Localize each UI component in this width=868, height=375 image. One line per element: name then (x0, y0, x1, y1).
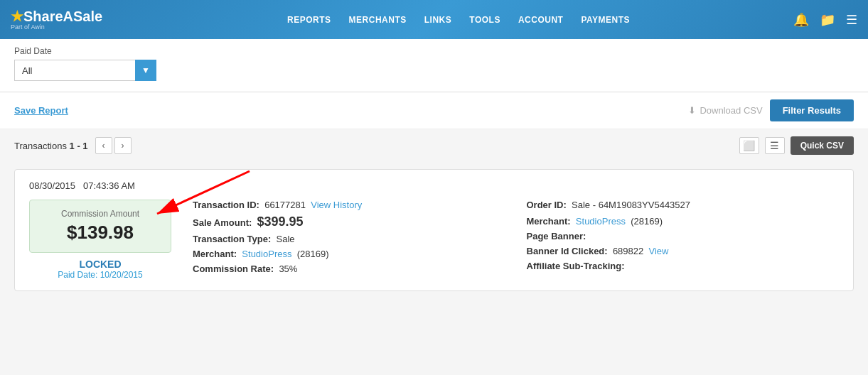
paid-date-label: Paid Date: (58, 270, 97, 280)
quick-csv-button[interactable]: Quick CSV (791, 136, 854, 155)
banner-id-row: Banner Id Clicked: 689822 View (527, 246, 840, 256)
pagination-right: ⬜ ☰ Quick CSV (739, 136, 854, 155)
order-id-row: Order ID: Sale - 64M19083YV5443527 (527, 200, 840, 210)
nav-tools[interactable]: TOOLS (469, 15, 500, 25)
transaction-card: 08/30/2015 07:43:36 AM Commission Amount… (14, 169, 854, 291)
locked-status: LOCKED (29, 259, 171, 270)
pagination-row: Transactions 1 - 1 ‹ › ⬜ ☰ Quick CSV (0, 129, 868, 162)
transactions-label: Transactions (14, 141, 67, 151)
transaction-id-row: Transaction ID: 66177281 View History (193, 200, 505, 210)
merchant-row: Merchant: StudioPress (28169) (193, 249, 505, 259)
list-view-button[interactable]: ☰ (765, 137, 785, 154)
merchant2-id: (28169) (631, 216, 663, 227)
nav-account[interactable]: ACCOUNT (518, 15, 564, 25)
order-id-value: Sale - 64M19083YV5443527 (572, 200, 690, 210)
commission-label: Commission Amount (37, 209, 164, 219)
filter-bar: Paid Date All ▼ (0, 39, 868, 92)
page-body: Paid Date All ▼ Save Report ⬇ Download C… (0, 39, 868, 375)
transaction-time: 07:43:36 AM (83, 180, 135, 191)
transaction-body: Commission Amount $139.98 LOCKED Paid Da… (29, 200, 839, 280)
logo-sub: Part of Awin (11, 23, 45, 31)
banner-id-label: Banner Id Clicked: (527, 246, 608, 256)
download-csv-label: Download CSV (700, 105, 762, 116)
paid-date-value: Paid Date: 10/20/2015 (29, 270, 171, 280)
merchant2-link[interactable]: StudioPress (576, 216, 626, 227)
logo-area: ★ShareASale Part of Awin (11, 9, 102, 31)
paid-date-select[interactable]: All (14, 60, 156, 81)
prev-page-button[interactable]: ‹ (95, 137, 112, 154)
transactions-range: 1 - 1 (70, 141, 88, 151)
view-history-link[interactable]: View History (311, 200, 362, 210)
paid-date: 10/20/2015 (100, 270, 143, 280)
next-page-button[interactable]: › (114, 137, 132, 154)
banner-id-value: 689822 (613, 246, 643, 256)
nav-reports[interactable]: REPORTS (287, 15, 331, 25)
commission-amount: $139.98 (37, 222, 164, 244)
main-nav: REPORTS MERCHANTS LINKS TOOLS ACCOUNT PA… (124, 15, 793, 25)
transaction-type-value: Sale (277, 234, 295, 244)
save-report-link[interactable]: Save Report (14, 105, 68, 116)
details-col: Transaction ID: 66177281 View History Sa… (193, 200, 505, 280)
header-icons: 🔔 📁 ☰ (793, 12, 857, 28)
download-icon: ⬇ (688, 105, 696, 116)
merchant-label: Merchant: (193, 249, 237, 259)
transaction-id-label: Transaction ID: (193, 200, 259, 210)
merchant2-label: Merchant: (527, 216, 571, 227)
nav-payments[interactable]: PAYMENTS (581, 15, 630, 25)
folder-icon[interactable]: 📁 (820, 12, 835, 28)
logo-star: ★ (11, 9, 23, 24)
merchant-link[interactable]: StudioPress (242, 249, 291, 259)
merchant-id: (28169) (297, 249, 329, 259)
commission-rate-row: Commission Rate: 35% (193, 263, 505, 274)
header: ★ShareASale Part of Awin REPORTS MERCHAN… (0, 0, 868, 39)
transaction-type-label: Transaction Type: (193, 234, 271, 244)
transaction-id-value: 66177281 (264, 200, 306, 210)
bell-icon[interactable]: 🔔 (793, 12, 809, 28)
order-id-label: Order ID: (527, 200, 567, 210)
sale-amount-value: $399.95 (257, 214, 304, 229)
menu-icon[interactable]: ☰ (846, 12, 857, 28)
sale-amount-label: Sale Amount: (193, 217, 252, 228)
sale-amount-row: Sale Amount: $399.95 (193, 214, 505, 229)
affiliate-row: Affiliate Sub-Tracking: (527, 261, 840, 271)
merchant2-row: Merchant: StudioPress (28169) (527, 216, 840, 227)
banner-view-link[interactable]: View (649, 246, 669, 256)
transaction-datetime: 08/30/2015 07:43:36 AM (29, 180, 839, 191)
order-col: Order ID: Sale - 64M19083YV5443527 Merch… (527, 200, 840, 280)
page-banner-label: Page Banner: (527, 231, 586, 241)
paid-date-label: Paid Date (14, 46, 854, 56)
commission-col: Commission Amount $139.98 LOCKED Paid Da… (29, 200, 171, 280)
filter-results-button[interactable]: Filter Results (770, 99, 854, 121)
paid-date-filter[interactable]: All ▼ (14, 60, 156, 81)
card-view-button[interactable]: ⬜ (739, 137, 759, 154)
transaction-date: 08/30/2015 (29, 180, 75, 191)
toolbar: Save Report ⬇ Download CSV Filter Result… (0, 92, 868, 129)
page-banner-row: Page Banner: (527, 231, 840, 241)
commission-box: Commission Amount $139.98 (29, 200, 171, 253)
download-csv-button[interactable]: ⬇ Download CSV (688, 105, 762, 116)
toolbar-right: ⬇ Download CSV Filter Results (688, 99, 854, 121)
affiliate-label: Affiliate Sub-Tracking: (527, 261, 625, 271)
logo: ★ShareASale (11, 9, 102, 23)
commission-rate-label: Commission Rate: (193, 263, 274, 274)
page-nav: ‹ › (95, 137, 132, 154)
nav-links[interactable]: LINKS (424, 15, 452, 25)
commission-rate-value: 35% (279, 263, 297, 274)
nav-merchants[interactable]: MERCHANTS (349, 15, 407, 25)
transaction-type-row: Transaction Type: Sale (193, 234, 505, 244)
